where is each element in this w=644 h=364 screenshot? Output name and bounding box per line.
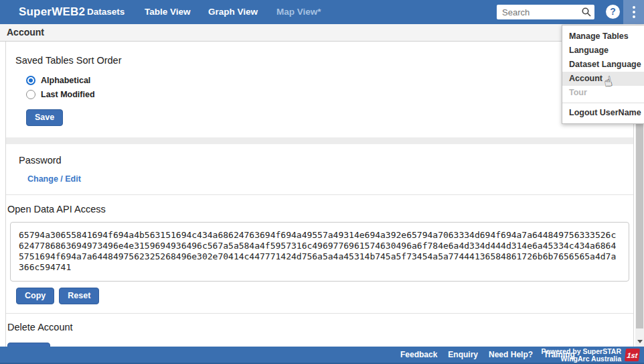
footer-link-feedback[interactable]: Feedback	[400, 350, 437, 359]
menu-item-logout[interactable]: Logout UserName	[562, 106, 644, 120]
top-navbar: SuperWEB2 Datasets Table View Graph View…	[0, 0, 644, 24]
reset-button[interactable]: Reset	[59, 288, 99, 304]
change-edit-link[interactable]: Change / Edit	[27, 174, 81, 184]
nav-item-table-view[interactable]: Table View	[145, 0, 191, 24]
overflow-dropdown-menu: Manage Tables Language Dataset Language …	[562, 25, 644, 124]
powered-line1: Powered by SuperSTAR	[542, 348, 621, 355]
menu-item-manage-tables[interactable]: Manage Tables	[562, 29, 644, 44]
radio-last-modified[interactable]: Last Modified	[26, 88, 633, 101]
delete-account-heading: Delete Account	[7, 322, 633, 332]
nav-item-graph-view[interactable]: Graph View	[208, 0, 258, 24]
menu-separator	[562, 103, 644, 103]
nav-item-map-view[interactable]: Map View*	[276, 0, 321, 24]
page-title: Account	[0, 24, 644, 42]
section-open-data-api: Open Data API Access 65794a30655841694f6…	[6, 195, 633, 314]
superstar-logo: 1st	[625, 349, 640, 361]
search-icon[interactable]	[581, 5, 594, 19]
radio-last-modified-control[interactable]	[26, 90, 35, 99]
nav-item-datasets[interactable]: Datasets	[87, 0, 125, 24]
radio-last-modified-label: Last Modified	[41, 90, 95, 99]
footer-link-enquiry[interactable]: Enquiry	[448, 350, 478, 359]
copy-button[interactable]: Copy	[16, 288, 54, 304]
radio-alphabetical-label: Alphabetical	[41, 76, 90, 85]
radio-alphabetical-control[interactable]	[26, 76, 35, 85]
powered-line2: WingArc Australia	[542, 355, 621, 363]
help-icon[interactable]: ?	[606, 5, 620, 19]
scrollbar-down-arrow-icon	[637, 340, 643, 343]
section-password: Password Change / Edit	[6, 144, 633, 195]
search-input[interactable]	[497, 7, 581, 17]
menu-item-tour: Tour	[562, 86, 644, 100]
section-divider-band	[6, 137, 633, 144]
footer-bar: Feedback Enquiry Need Help? Training Pow…	[0, 347, 644, 364]
scrollbar-down-button[interactable]	[635, 337, 644, 347]
api-key-box: 65794a30655841694f694a4b563151694c434a68…	[10, 222, 629, 282]
section-delete-account: Delete Account Delete	[6, 314, 633, 347]
radio-alphabetical[interactable]: Alphabetical	[26, 74, 633, 87]
menu-item-dataset-language[interactable]: Dataset Language	[562, 58, 644, 72]
menu-item-account[interactable]: Account	[562, 72, 644, 86]
kebab-menu-icon[interactable]	[623, 0, 644, 24]
footer-link-need-help[interactable]: Need Help?	[489, 350, 533, 359]
account-content-panel: Saved Tables Sort Order Alphabetical Las…	[5, 42, 634, 347]
menu-item-language[interactable]: Language	[562, 44, 644, 58]
save-button[interactable]: Save	[26, 109, 63, 126]
search-box	[497, 5, 594, 19]
sort-order-heading: Saved Tables Sort Order	[15, 55, 633, 66]
section-saved-tables-sort-order: Saved Tables Sort Order Alphabetical Las…	[6, 42, 633, 137]
powered-by-text: Powered by SuperSTAR WingArc Australia	[542, 348, 621, 362]
api-access-heading: Open Data API Access	[7, 204, 633, 215]
app-logo[interactable]: SuperWEB2	[19, 0, 85, 24]
api-key-value: 65794a30655841694f694a4b563151694c434a68…	[19, 230, 617, 273]
password-heading: Password	[19, 155, 633, 166]
